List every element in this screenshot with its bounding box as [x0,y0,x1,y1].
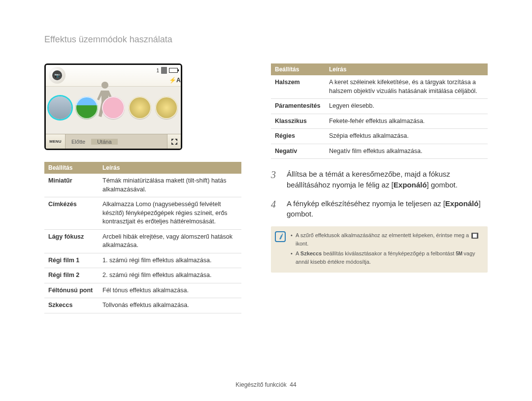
note-icon: ⅈ [275,231,286,242]
option-name: Klasszikus [271,114,325,129]
option-desc: Negatív film effektus alkalmazása. [325,144,488,159]
table-header-setting: Beállítás [44,162,99,174]
gallery-filter-icon [471,233,478,239]
option-name: Címkézés [44,197,99,230]
option-name: Szkeccs [44,298,99,313]
expand-button[interactable] [167,134,181,149]
sd-card-icon [161,67,167,74]
right-column: Beállítás Leírás HalszemA keret széleine… [271,63,488,322]
battery-icon [169,68,178,73]
option-desc: Arcbeli hibák elrejtése, vagy álomszerű … [99,229,241,253]
effect-thumb-1[interactable] [49,96,71,119]
effect-thumbnails [46,89,181,127]
option-name: Negatív [271,144,325,159]
table-row: Régi film 22. számú régi film effektus a… [44,268,241,283]
table-header-setting: Beállítás [271,63,325,75]
option-desc: Szépia effektus alkalmazása. [325,129,488,144]
effect-thumb-4[interactable] [129,96,151,119]
camera-lcd: 📷 1 ⚡A MENU Előtte [44,63,182,150]
option-desc: Fekete-fehér effektus alkalmazása. [325,114,488,129]
effect-thumb-2[interactable] [75,96,98,119]
step-bold: Exponáló [445,199,479,208]
option-desc: 1. számú régi film effektus alkalmazása. [99,253,241,268]
step-number: 4 [271,197,280,220]
option-name: Halszem [271,75,325,99]
option-desc: Témák miniatürizálása makett (tilt-shift… [99,174,241,197]
step-text: Állítsa be a témát a keresőmezőbe, majd … [287,168,488,190]
footer-page-number: 44 [290,381,296,388]
option-name: Miniatűr [44,174,99,197]
camera-icon: 📷 [52,70,62,80]
expand-icon [171,138,178,145]
page-title: Effektus üzemmódok használata [44,34,488,45]
step-text-a: A fénykép elkészítéséhez nyomja le telje… [287,199,445,208]
table-row: HalszemA keret széleinek kifeketítése, é… [271,75,488,99]
table-row: PáramentesítésLegyen élesebb. [271,99,488,114]
option-name: Régi film 1 [44,253,99,268]
step-text-b: ] gombot. [427,181,458,189]
option-name: Régies [271,129,325,144]
lcd-top-bar: 📷 1 ⚡A [46,65,181,87]
step-number: 3 [271,168,280,190]
note-text: beállítás kiválasztásakor a fényképezőgé… [322,250,456,256]
table-header-desc: Leírás [99,162,241,174]
option-desc: 2. számú régi film effektus alkalmazása. [99,268,241,283]
page-footer: Kiegészítő funkciók 44 [0,381,532,388]
table-row: Régi film 11. számú régi film effektus a… [44,253,241,268]
option-desc: Legyen élesebb. [325,99,488,114]
camera-mode-icon: 📷 [49,67,66,84]
effect-thumb-5[interactable] [155,96,178,119]
effects-table-right: Beállítás Leírás HalszemA keret széleine… [271,63,488,159]
option-name: Féltónusú pont [44,283,99,298]
option-desc: Fél tónus effektus alkalmazása. [99,283,241,298]
left-column: 📷 1 ⚡A MENU Előtte [44,63,241,322]
option-desc: A keret széleinek kifeketítése, és a tár… [325,75,488,99]
before-label[interactable]: Előtte [66,139,91,145]
note-text: ikont. [296,241,308,247]
table-row: Féltónusú pontFél tónus effektus alkalma… [44,283,241,298]
lcd-bottom-bar: MENU Előtte Utána [46,134,181,149]
after-label[interactable]: Utána [91,139,117,145]
table-row: Lágy fókuszArcbeli hibák elrejtése, vagy… [44,229,241,253]
note-text: A [296,250,300,256]
content-columns: 📷 1 ⚡A MENU Előtte [44,63,488,322]
note-text: A szűrő effektusok alkalmazásához az elm… [296,232,470,238]
lcd-status-area: 1 [156,67,178,74]
option-name: Régi film 2 [44,268,99,283]
shots-remaining: 1 [156,68,159,73]
step-3: 3 Állítsa be a témát a keresőmezőbe, maj… [271,168,488,190]
table-row: MiniatűrTémák miniatürizálása makett (ti… [44,174,241,197]
table-row: RégiesSzépia effektus alkalmazása. [271,129,488,144]
table-row: CímkézésAlkalmazza Lomo (nagysebességű f… [44,197,241,230]
note-bold: Szkeccs [300,250,322,256]
table-row: SzkeccsTollvonás effektus alkalmazása. [44,298,241,313]
footer-section: Kiegészítő funkciók [235,381,286,388]
option-name: Páramentesítés [271,99,325,114]
note-line-1: A szűrő effektusok alkalmazásához az elm… [291,231,482,247]
table-row: NegatívNegatív film effektus alkalmazása… [271,144,488,159]
resolution-label: 5M [456,251,462,256]
flash-auto-icon: ⚡A [169,77,177,85]
menu-button[interactable]: MENU [46,134,66,149]
note-box: ⅈ A szűrő effektusok alkalmazásához az e… [271,226,488,273]
note-line-2: A Szkeccs beállítás kiválasztásakor a fé… [291,249,482,266]
option-desc: Alkalmazza Lomo (nagysebességű felvételt… [99,197,241,230]
table-header-desc: Leírás [325,63,488,75]
table-row: KlasszikusFekete-fehér effektus alkalmaz… [271,114,488,129]
effect-thumb-3[interactable] [102,96,125,119]
option-desc: Tollvonás effektus alkalmazása. [99,298,241,313]
effects-table-left: Beállítás Leírás MiniatűrTémák miniatüri… [44,162,241,313]
step-4: 4 A fénykép elkészítéséhez nyomja le tel… [271,197,488,220]
step-bold: Exponáló [394,181,427,189]
option-name: Lágy fókusz [44,229,99,253]
step-text: A fénykép elkészítéséhez nyomja le telje… [287,197,488,220]
